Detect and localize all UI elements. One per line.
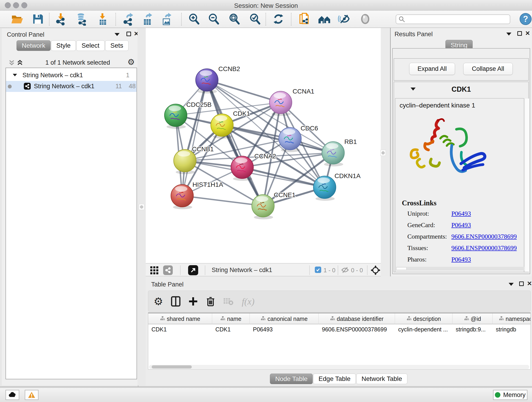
close-panel-icon[interactable]: ✕ — [527, 280, 532, 287]
results-hscrollbar[interactable] — [396, 267, 524, 270]
network-collection-row[interactable]: String Network – cdk1 1 — [6, 71, 137, 80]
maximize-panel-icon[interactable] — [517, 31, 522, 36]
column-header-description[interactable]: description — [395, 313, 452, 324]
crosslink-link[interactable]: 9606.ENSP00000378699 — [451, 244, 517, 252]
collapse-all-button[interactable]: Collapse All — [463, 63, 513, 75]
node-CDKN1A[interactable] — [313, 176, 336, 201]
tab-sets[interactable]: Sets — [105, 40, 128, 51]
edge-HIST1H1A-CCNE1[interactable] — [182, 196, 263, 206]
grid-view-icon[interactable] — [150, 266, 159, 275]
column-header-canonical-name[interactable]: canonical name — [250, 313, 319, 324]
column-header-namespac[interactable]: namespac — [493, 313, 531, 324]
zoom-fit-button[interactable] — [227, 12, 242, 26]
maximize-panel-icon[interactable] — [519, 281, 524, 286]
table-row[interactable]: CDK1CDK1P064939606.ENSP00000378699cyclin… — [148, 324, 530, 335]
node-HIST1H1A[interactable] — [171, 185, 193, 209]
node-label-CCNA2: CCNA2 — [254, 153, 276, 160]
collapse-all-icon[interactable] — [8, 59, 16, 68]
zoom-out-button[interactable] — [206, 12, 221, 26]
delete-column-icon[interactable] — [203, 294, 218, 309]
import-network-file-button[interactable] — [54, 12, 68, 26]
add-column-icon[interactable] — [186, 294, 201, 309]
cloud-icon — [8, 392, 17, 398]
export-table-button[interactable] — [140, 12, 155, 26]
save-session-button[interactable] — [31, 12, 45, 26]
warnings-button[interactable] — [25, 390, 38, 400]
crosslink-link[interactable]: P06493 — [451, 256, 471, 263]
home-layout-button[interactable] — [317, 12, 332, 26]
table-cell[interactable]: CDK1 — [212, 324, 250, 335]
network-canvas[interactable]: CCNB2CCNA1CDC25BCDK1CDC6RB1CCNB1CCNA2CDK… — [146, 28, 381, 263]
import-table-button[interactable] — [96, 12, 110, 26]
network-row-selected[interactable]: String Network – cdk1 11 48 — [6, 81, 137, 92]
column-header-name[interactable]: name — [212, 313, 250, 324]
open-folder-icon — [11, 12, 24, 26]
float-panel-icon[interactable] — [509, 283, 514, 286]
help-button[interactable]: ? — [518, 12, 532, 26]
table-cell[interactable]: cyclin-dependent ... — [395, 324, 452, 335]
function-builder-icon[interactable]: f(x) — [241, 294, 255, 309]
birdseye-view-icon[interactable] — [371, 265, 380, 276]
hidden-eye-icon[interactable] — [341, 266, 349, 274]
table-cell[interactable]: stringdb:9... — [452, 324, 493, 335]
table-cell[interactable]: 9606.ENSP00000378699 — [319, 324, 395, 335]
zoom-selected-button[interactable] — [248, 12, 262, 26]
tab-select[interactable]: Select — [76, 40, 105, 51]
edge-CCNB2-HIST1H1A[interactable] — [182, 80, 207, 196]
import-network-database-button[interactable] — [74, 12, 89, 26]
show-columns-icon[interactable] — [168, 294, 183, 309]
export-image-button[interactable] — [159, 12, 174, 26]
refresh-button[interactable] — [271, 12, 286, 26]
node-CCNA1[interactable] — [269, 91, 292, 116]
expand-all-icon[interactable] — [16, 59, 24, 68]
delete-table-icon[interactable] — [221, 294, 236, 309]
export-network-button[interactable] — [121, 12, 136, 26]
zoom-in-button[interactable] — [187, 12, 201, 26]
table-cell[interactable]: stringdb — [493, 324, 531, 335]
float-panel-icon[interactable] — [506, 32, 511, 36]
table-cell[interactable]: P06493 — [250, 324, 319, 335]
splitter-handle-left[interactable] — [139, 204, 144, 210]
detach-view-icon[interactable] — [188, 265, 198, 275]
network-options-gear-icon[interactable]: ⚙ — [127, 57, 135, 67]
selected-checkbox-icon[interactable] — [315, 267, 321, 273]
crosslink-link[interactable]: 9606.ENSP00000378699 — [451, 233, 517, 240]
crosslink-link[interactable]: P06493 — [451, 210, 471, 217]
cloud-status-button[interactable] — [6, 390, 19, 400]
panel-splitter-right[interactable] — [390, 28, 391, 276]
string-network-icon — [24, 83, 31, 89]
tab-network[interactable]: Network — [17, 40, 51, 51]
tab-style[interactable]: Style — [51, 40, 76, 51]
tab-network-table[interactable]: Network Table — [356, 374, 407, 384]
column-header-shared-name[interactable]: shared name — [148, 313, 212, 324]
tab-node-table[interactable]: Node Table — [270, 374, 313, 384]
search-input[interactable] — [405, 16, 506, 22]
edge-CCNB2-CCNA1[interactable] — [207, 80, 281, 102]
tree-expand-icon[interactable] — [13, 74, 17, 76]
string-view-icon[interactable] — [163, 265, 173, 275]
table-hscrollbar[interactable] — [149, 365, 529, 369]
node-CDC25B[interactable] — [165, 104, 187, 129]
float-panel-icon[interactable] — [114, 33, 120, 36]
node-RB1[interactable] — [322, 142, 344, 166]
table-cell[interactable]: CDK1 — [148, 324, 212, 335]
results-vscrollbar[interactable] — [525, 99, 529, 272]
memory-button[interactable]: Memory — [493, 390, 527, 400]
show-graphics-details-button[interactable] — [337, 12, 351, 26]
node-CCNB2[interactable] — [196, 69, 218, 94]
maximize-panel-icon[interactable] — [127, 32, 131, 36]
table-hscrollbar-thumb[interactable] — [152, 365, 192, 369]
node-CCNB1[interactable] — [174, 149, 196, 174]
copy-document-button[interactable] — [297, 12, 312, 26]
open-session-button[interactable] — [10, 12, 25, 26]
tab-edge-table[interactable]: Edge Table — [313, 374, 356, 384]
splitter-handle-right[interactable] — [380, 150, 386, 156]
crosslink-link[interactable]: P06493 — [451, 221, 471, 229]
expand-all-button[interactable]: Expand All — [409, 63, 455, 75]
column-header-database-identifier[interactable]: database identifier — [319, 313, 395, 324]
close-panel-icon[interactable]: ✕ — [525, 30, 530, 37]
node-CCNE1[interactable] — [252, 195, 274, 219]
column-header--id[interactable]: @id — [452, 313, 493, 324]
table-settings-gear-icon[interactable]: ⚙ — [151, 294, 166, 309]
birdseye-toggle-button[interactable] — [358, 12, 373, 26]
